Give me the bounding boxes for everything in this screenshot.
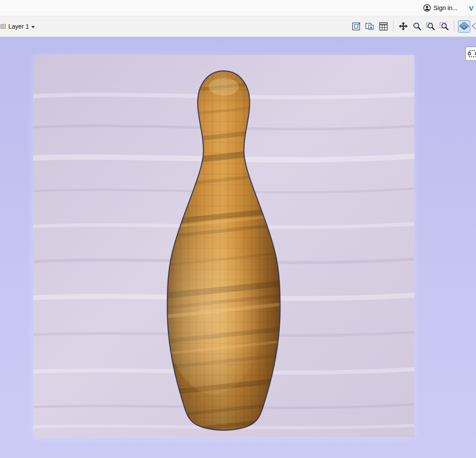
grid-icon <box>379 22 388 31</box>
pan-view-button[interactable] <box>397 20 409 33</box>
magnifier-icon <box>412 22 422 31</box>
view-plane-icon <box>459 21 469 32</box>
user-icon <box>423 4 431 12</box>
layer-selector-label: Layer 1 <box>8 23 29 30</box>
chevron-down-icon <box>31 26 35 28</box>
sign-in-button[interactable]: Sign in... <box>420 3 461 13</box>
zoom-box-button[interactable] <box>424 20 437 33</box>
toggle-2d-3d-view-button[interactable] <box>458 20 470 33</box>
zoom-interactive-button[interactable] <box>411 20 423 33</box>
magnifier-dashed-icon <box>439 22 450 31</box>
magnifier-box-icon <box>426 22 435 31</box>
zoom-to-drawing-button[interactable] <box>364 20 376 33</box>
canvas-3d-view[interactable] <box>0 37 476 458</box>
layer-selector[interactable]: Layer 1 <box>0 21 37 32</box>
partial-logo-text: V <box>469 4 475 12</box>
model-preview-panel[interactable] <box>33 55 414 437</box>
zoom-to-selected-button[interactable] <box>438 20 450 33</box>
partial-tool-button[interactable] <box>472 20 476 33</box>
partial-panel-button[interactable] <box>465 47 476 61</box>
pan-icon <box>398 22 408 31</box>
sign-in-label: Sign in... <box>434 4 457 11</box>
layer-icon <box>0 23 6 30</box>
zoom-to-selection-button[interactable] <box>350 20 362 33</box>
toolbar-separator <box>454 21 454 32</box>
zoom-to-drawing-icon <box>365 22 375 31</box>
partial-tool-icon <box>472 21 476 32</box>
view-tool-group <box>350 20 476 33</box>
selection-handles-icon <box>468 49 476 59</box>
toggle-grid-button[interactable] <box>377 20 390 33</box>
view-toolbar: Layer 1 <box>0 16 476 37</box>
zoom-to-selection-icon <box>351 22 361 31</box>
titlebar: Sign in... V <box>0 0 476 16</box>
toolbar-separator <box>393 21 394 32</box>
